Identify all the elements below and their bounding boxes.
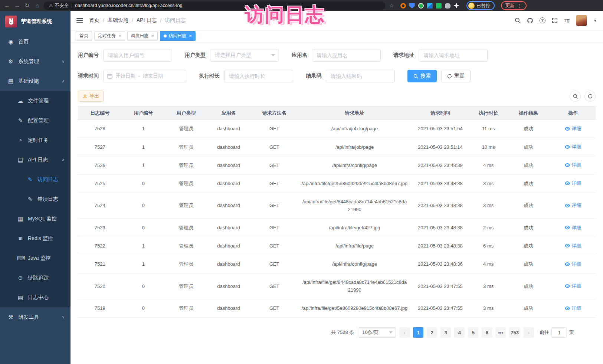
browser-reload-icon[interactable]: ↻ — [24, 0, 30, 11]
extension-shield-icon[interactable] — [409, 3, 415, 9]
browser-update-button[interactable]: 更新 ⋮ — [501, 1, 527, 10]
detail-link[interactable]: 详细 — [565, 161, 581, 169]
cell-url: /api/infra/file/page — [299, 237, 410, 255]
extension-ghost-icon[interactable] — [445, 3, 450, 9]
tab-访问日志[interactable]: 访问日志× — [160, 31, 196, 41]
user-avatar[interactable] — [576, 15, 587, 26]
next-page-button[interactable]: › — [524, 327, 534, 338]
close-icon[interactable]: × — [189, 33, 192, 38]
sidebar-item-dev-tools[interactable]: ⚒研发工具∨ — [0, 307, 71, 327]
browser-back-icon[interactable]: ← — [4, 0, 10, 11]
app-logo[interactable]: 芋道管理系统 — [0, 11, 71, 32]
cell-user_type: 管理员 — [165, 138, 207, 156]
chevron-down-icon[interactable]: ▼ — [593, 19, 597, 23]
user-id-input[interactable] — [103, 49, 172, 62]
breadcrumb-item[interactable]: 基础设施 — [108, 17, 128, 24]
page-size-value: 10条/页 — [362, 329, 378, 336]
detail-link[interactable]: 详细 — [565, 143, 581, 151]
sidebar-item-access-log[interactable]: ✎访问日志 — [0, 170, 71, 189]
close-icon[interactable]: × — [151, 33, 154, 38]
tab-调度日志[interactable]: 调度日志× — [127, 31, 158, 41]
reset-button[interactable]: 重置 — [441, 70, 471, 82]
refresh-table-button[interactable] — [584, 91, 596, 102]
detail-link[interactable]: 详细 — [565, 201, 581, 209]
request-url-input[interactable] — [419, 49, 488, 62]
sidebar-item-error-log[interactable]: ✎错误日志 — [0, 189, 71, 209]
page-2[interactable]: 2 — [427, 327, 437, 338]
page-1[interactable]: 1 — [413, 327, 423, 338]
kebab-menu-icon[interactable]: ⋮ — [517, 3, 522, 9]
search-button[interactable]: 搜索 — [407, 70, 437, 82]
page-3[interactable]: 3 — [440, 327, 451, 338]
sidebar-item-label: 基础设施 — [18, 78, 39, 85]
bookmark-star-icon[interactable]: ☆ — [389, 3, 394, 9]
extension-donut-icon[interactable] — [400, 3, 406, 9]
page-ellipsis[interactable]: ••• — [495, 327, 506, 338]
cell-duration: 11 ms — [470, 120, 507, 138]
detail-link[interactable]: 详细 — [565, 304, 581, 312]
fullscreen-icon[interactable] — [552, 17, 558, 23]
breadcrumb-item[interactable]: 首页 — [89, 17, 99, 24]
page-753[interactable]: 753 — [509, 327, 520, 338]
sidebar-item-label: Java 监控 — [28, 255, 50, 262]
sidebar-item-config-management[interactable]: ✎配置管理 — [0, 111, 71, 130]
address-bar[interactable]: ⚠ 不安全 dashboard.yudao.iocoder.cn/infra/l… — [44, 1, 385, 10]
sidebar-item-scheduled-task[interactable]: ◔定时任务 — [0, 130, 71, 150]
app-name-input[interactable] — [312, 49, 381, 62]
sidebar-item-redis-monitor[interactable]: ≋Redis 监控 — [0, 229, 71, 248]
dashboard-icon: ◉ — [7, 39, 14, 45]
sidebar-item-file-management[interactable]: ☁文件管理 — [0, 91, 71, 111]
breadcrumb-item[interactable]: API 日志 — [137, 17, 157, 24]
help-icon[interactable]: ? — [540, 17, 545, 23]
sidebar-item-java-monitor[interactable]: ⌨Java 监控 — [0, 248, 71, 268]
sidebar-item-infrastructure[interactable]: ▤基础设施∧ — [0, 71, 71, 91]
extension-translate-icon[interactable] — [436, 3, 442, 9]
extension-green-icon[interactable] — [418, 3, 424, 9]
detail-link[interactable]: 详细 — [565, 260, 581, 268]
extension-cluster-icon[interactable] — [427, 3, 433, 9]
filter-label: 请求地址 — [393, 52, 414, 59]
detail-label: 详细 — [571, 179, 581, 187]
cell-id: 7519 — [78, 299, 122, 317]
sidebar-item-mysql-monitor[interactable]: ▦MySQL 监控 — [0, 209, 71, 229]
detail-link[interactable]: 详细 — [565, 125, 581, 132]
detail-link[interactable]: 详细 — [565, 179, 581, 187]
sidebar-item-system-management[interactable]: ⚙系统管理∨ — [0, 52, 71, 71]
browser-forward-icon[interactable]: → — [14, 0, 20, 11]
result-code-input[interactable] — [326, 70, 395, 82]
hamburger-icon[interactable] — [76, 18, 83, 23]
toggle-search-button[interactable] — [570, 91, 581, 102]
user-type-select[interactable]: 请选择用户类型 — [210, 49, 279, 62]
page-size-select[interactable]: 10条/页 — [359, 327, 396, 338]
browser-profile-badge[interactable]: 已暂停 — [466, 1, 495, 10]
page-6[interactable]: 6 — [482, 327, 492, 338]
sidebar-item-home[interactable]: ◉首页 — [0, 32, 71, 52]
security-chip[interactable]: ⚠ 不安全 — [49, 3, 69, 9]
extension-pinwheel-icon[interactable] — [454, 3, 459, 9]
sidebar-item-api-log[interactable]: ▤API 日志∧ — [0, 150, 71, 170]
duration-input[interactable] — [224, 70, 293, 82]
search-icon[interactable] — [515, 17, 521, 23]
filter-row-1: 用户编号 用户类型 请选择用户类型 应用名 请求地址 — [78, 49, 596, 62]
export-button[interactable]: 导出 — [78, 91, 104, 102]
page-5[interactable]: 5 — [468, 327, 478, 338]
cell-url: /api/infra/job-log/page — [299, 120, 410, 138]
prev-page-button[interactable]: ‹ — [399, 327, 410, 338]
github-icon[interactable] — [527, 17, 533, 24]
sidebar-item-link-trace[interactable]: ⊙链路追踪 — [0, 268, 71, 288]
cell-app: dashboard — [207, 120, 250, 138]
tab-定时任务[interactable]: 定时任务× — [94, 31, 125, 41]
detail-link[interactable]: 详细 — [565, 242, 581, 250]
cell-url: /api/infra/config/page — [299, 255, 410, 273]
page-4[interactable]: 4 — [454, 327, 465, 338]
sidebar-item-log-center[interactable]: ▤日志中心 — [0, 288, 71, 307]
cell-app: dashboard — [207, 138, 250, 156]
date-range-picker[interactable]: 开始日期 - 结束日期 — [103, 70, 186, 82]
detail-link[interactable]: 详细 — [565, 282, 581, 290]
detail-link[interactable]: 详细 — [565, 224, 581, 232]
font-size-icon[interactable]: TT — [564, 17, 570, 24]
tab-首页[interactable]: 首页 — [76, 31, 92, 41]
close-icon[interactable]: × — [118, 33, 121, 38]
browser-home-icon[interactable]: ⌂ — [34, 0, 40, 11]
goto-page-input[interactable] — [551, 327, 567, 338]
